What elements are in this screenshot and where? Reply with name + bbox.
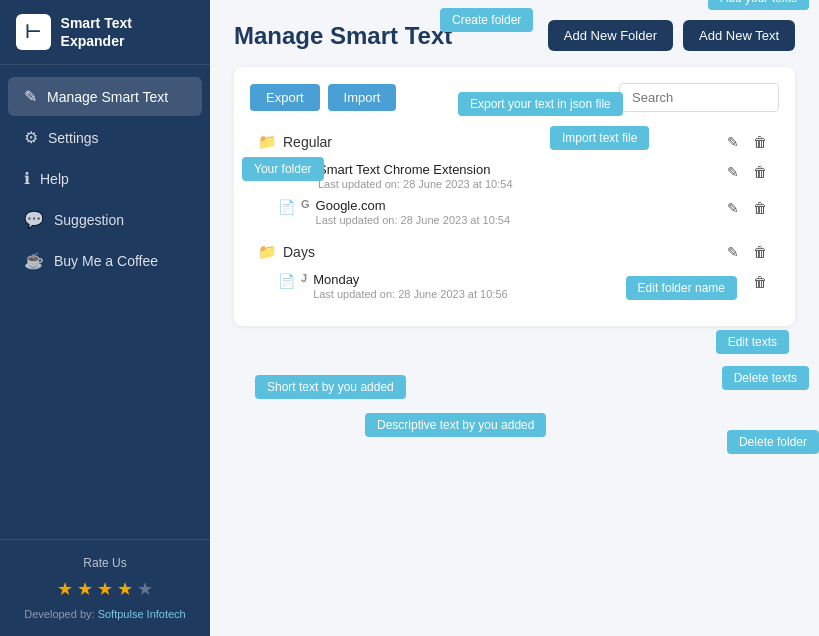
file-g-info: Google.com Last updated on: 28 June 2023… [316,198,511,226]
sidebar-item-manage-label: Manage Smart Text [47,89,168,105]
sidebar-item-manage[interactable]: ✎ Manage Smart Text [8,77,202,116]
file-g-name: Google.com [316,198,511,213]
main-content: Manage Smart Text Add New Folder Add New… [210,0,819,636]
sidebar-item-suggestion[interactable]: 💬 Suggestion [8,200,202,239]
folder-regular-label: Regular [283,134,332,150]
sidebar-nav: ✎ Manage Smart Text ⚙ Settings ℹ Help 💬 … [0,65,210,539]
star-4[interactable]: ★ [117,578,133,600]
page-title: Manage Smart Text [234,22,452,50]
add-new-text-button[interactable]: Add New Text [683,20,795,51]
folder-days-edit-button[interactable]: ✎ [723,242,743,262]
file-j-info: Monday Last updated on: 28 June 2023 at … [313,272,508,300]
help-icon: ℹ [24,169,30,188]
file-st-info: Smart Text Chrome Extension Last updated… [318,162,513,190]
folder-regular: 📁 Regular ✎ 🗑 📄 St Smart Text Chrome Ext… [250,126,779,230]
folder-regular-row: 📁 Regular ✎ 🗑 [250,126,779,158]
dev-link[interactable]: Softpulse Infotech [98,608,186,620]
folder-regular-edit-button[interactable]: ✎ [723,132,743,152]
file-j-delete-button[interactable]: 🗑 [749,272,771,292]
star-2[interactable]: ★ [77,578,93,600]
file-j-badge: J [301,272,307,284]
folder-days-icon: 📁 [258,243,277,261]
suggestion-icon: 💬 [24,210,44,229]
file-g-icon: 📄 [278,199,295,215]
file-j-icon: 📄 [278,273,295,289]
file-g-actions: ✎ 🗑 [723,198,771,218]
header-buttons: Add New Folder Add New Text [548,20,795,51]
logo-icon: ⊢ [16,14,51,50]
sidebar-item-help-label: Help [40,171,69,187]
sidebar-item-coffee-label: Buy Me a Coffee [54,253,158,269]
sidebar-logo: ⊢ Smart Text Expander [0,0,210,65]
dev-credit: Developed by: Softpulse Infotech [16,608,194,620]
add-new-folder-button[interactable]: Add New Folder [548,20,673,51]
manage-icon: ✎ [24,87,37,106]
settings-icon: ⚙ [24,128,38,147]
sidebar-bottom: Rate Us ★ ★ ★ ★ ★ Developed by: Softpuls… [0,539,210,636]
folder-days-delete-button[interactable]: 🗑 [749,242,771,262]
search-input[interactable] [619,83,779,112]
callout-short-text: Short text by you added [255,375,406,399]
file-g-row: 📄 G Google.com Last updated on: 28 June … [250,194,779,230]
sidebar-item-help[interactable]: ℹ Help [8,159,202,198]
star-1[interactable]: ★ [57,578,73,600]
callout-edit-texts: Edit texts [716,330,789,354]
folder-days-name: 📁 Days [258,243,315,261]
logo-text: Smart Text Expander [61,14,194,50]
callout-export-text: Export your text in json file [458,92,623,116]
sidebar-item-settings-label: Settings [48,130,99,146]
callout-descriptive-text: Descriptive text by you added [365,413,546,437]
file-j-date: Last updated on: 28 June 2023 at 10:56 [313,288,508,300]
file-st-edit-button[interactable]: ✎ [723,162,743,182]
callout-edit-folder: Edit folder name [626,276,737,300]
file-g-delete-button[interactable]: 🗑 [749,198,771,218]
sidebar-item-coffee[interactable]: ☕ Buy Me a Coffee [8,241,202,280]
folder-days-row: 📁 Days ✎ 🗑 [250,236,779,268]
callout-import-text: Import text file [550,126,649,150]
sidebar-item-suggestion-label: Suggestion [54,212,124,228]
file-st-actions: ✎ 🗑 [723,162,771,182]
import-button[interactable]: Import [328,84,397,111]
folder-days-actions: ✎ 🗑 [723,242,771,262]
folder-icon: 📁 [258,133,277,151]
file-st-delete-button[interactable]: 🗑 [749,162,771,182]
file-g-date: Last updated on: 28 June 2023 at 10:54 [316,214,511,226]
folder-regular-delete-button[interactable]: 🗑 [749,132,771,152]
callout-delete-texts: Delete texts [722,366,809,390]
callout-add-texts: Add your texts [708,0,809,10]
export-button[interactable]: Export [250,84,320,111]
file-st-row: 📄 St Smart Text Chrome Extension Last up… [250,158,779,194]
callout-create-folder: Create folder [440,8,533,32]
file-st-date: Last updated on: 28 June 2023 at 10:54 [318,178,513,190]
star-5[interactable]: ★ [137,578,153,600]
coffee-icon: ☕ [24,251,44,270]
file-st-name: Smart Text Chrome Extension [318,162,513,177]
star-3[interactable]: ★ [97,578,113,600]
callout-your-folder: Your folder [242,157,324,181]
file-g-left: 📄 G Google.com Last updated on: 28 June … [278,198,510,226]
stars-container: ★ ★ ★ ★ ★ [16,578,194,600]
toolbar-left: Export Import [250,84,396,111]
rate-us-label: Rate Us [16,556,194,570]
folder-regular-actions: ✎ 🗑 [723,132,771,152]
sidebar: ⊢ Smart Text Expander ✎ Manage Smart Tex… [0,0,210,636]
folder-days-label: Days [283,244,315,260]
sidebar-item-settings[interactable]: ⚙ Settings [8,118,202,157]
file-g-edit-button[interactable]: ✎ [723,198,743,218]
file-g-badge: G [301,198,310,210]
file-j-left: 📄 J Monday Last updated on: 28 June 2023… [278,272,508,300]
folder-regular-name: 📁 Regular [258,133,332,151]
callout-delete-folder: Delete folder [727,430,819,454]
file-j-name: Monday [313,272,508,287]
